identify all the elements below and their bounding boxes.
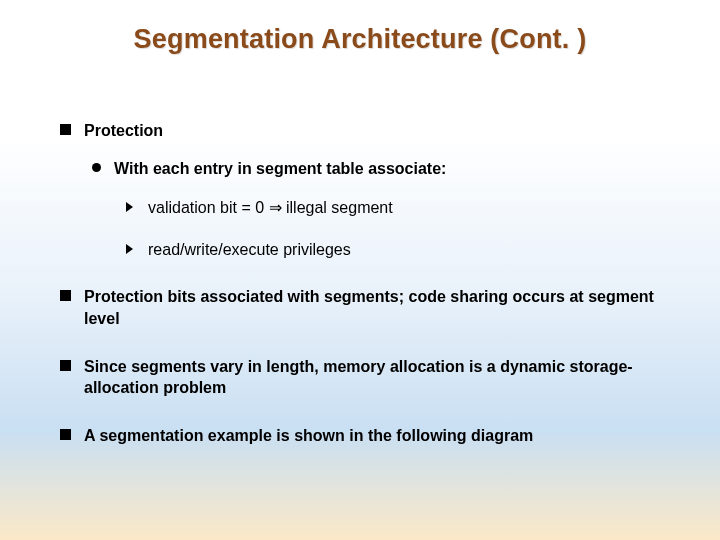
bullet-vary-length: Since segments vary in length, memory al…: [60, 356, 660, 399]
slide: { "title": "Segmentation Architecture (C…: [0, 0, 720, 540]
bullet-text: Since segments vary in length, memory al…: [84, 358, 633, 397]
bullet-protection: Protection With each entry in segment ta…: [60, 120, 660, 260]
bullet-list-level-2: With each entry in segment table associa…: [90, 158, 660, 261]
bullet-associate: With each entry in segment table associa…: [90, 158, 660, 261]
bullet-text: A segmentation example is shown in the f…: [84, 427, 533, 444]
bullet-example: A segmentation example is shown in the f…: [60, 425, 660, 447]
bullet-text: Protection: [84, 122, 163, 139]
bullet-text: With each entry in segment table associa…: [114, 160, 446, 177]
bullet-text: read/write/execute privileges: [148, 241, 351, 258]
bullet-text: Protection bits associated with segments…: [84, 288, 654, 327]
slide-body: Protection With each entry in segment ta…: [60, 120, 660, 460]
bullet-list-level-1: Protection With each entry in segment ta…: [60, 120, 660, 446]
bullet-list-level-3: validation bit = 0 ⇒ illegal segment rea…: [124, 197, 660, 260]
bullet-protection-bits: Protection bits associated with segments…: [60, 286, 660, 329]
bullet-validation-bit: validation bit = 0 ⇒ illegal segment: [124, 197, 660, 219]
bullet-text: validation bit = 0 ⇒ illegal segment: [148, 199, 393, 216]
slide-title: Segmentation Architecture (Cont. ): [0, 24, 720, 55]
bullet-rwx: read/write/execute privileges: [124, 239, 660, 261]
